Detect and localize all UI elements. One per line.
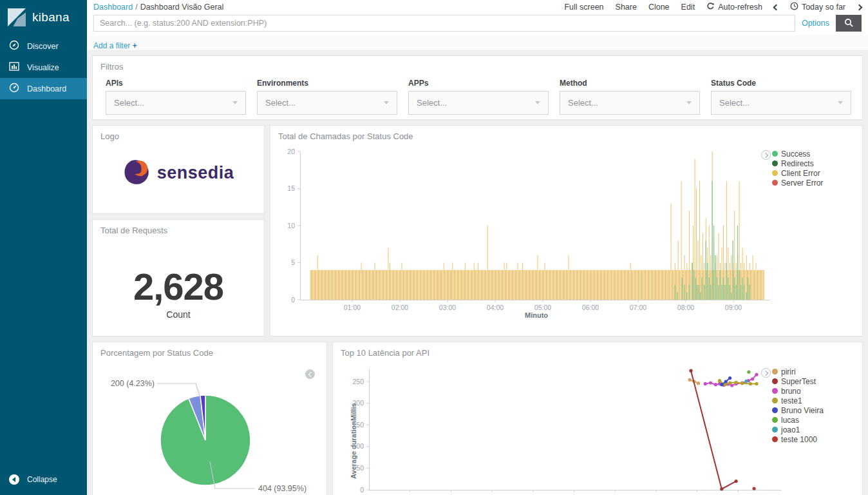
compass-icon: [9, 40, 19, 52]
time-back-button[interactable]: [774, 5, 778, 10]
legend-label: Server Error: [781, 179, 823, 188]
apis-select[interactable]: Select...: [106, 91, 246, 115]
filter-label-apps: APPs: [408, 79, 549, 88]
time-forward-button[interactable]: [857, 5, 862, 10]
latency-panel: Top 10 Latência por API Average duration…: [332, 342, 863, 495]
legend-color-dot: [772, 388, 778, 394]
svg-text:10: 10: [287, 222, 295, 229]
legend-item[interactable]: Client Error: [772, 169, 857, 178]
breadcrumb-bar: Dashboard/Dashboard Visão Geral Full scr…: [87, 0, 868, 14]
legend-toggle-icon[interactable]: [761, 150, 771, 160]
auto-refresh-button[interactable]: Auto-refresh: [706, 2, 762, 12]
chevron-down-icon: [686, 101, 692, 104]
legend-label: joao1: [781, 425, 800, 434]
environments-select[interactable]: Select...: [257, 91, 397, 115]
dashboard-icon: [9, 82, 19, 95]
method-select[interactable]: Select...: [560, 91, 700, 115]
bar-chart: 0510152001:0002:0003:0004:0005:0006:0007…: [300, 151, 770, 300]
status-code-select[interactable]: Select...: [711, 91, 851, 115]
legend-color-dot: [772, 378, 778, 384]
legend-item[interactable]: piriri: [772, 367, 857, 376]
metric-unit: Count: [93, 309, 264, 320]
bar-chart-icon: [9, 61, 19, 73]
sidebar-item-visualize[interactable]: Visualize: [0, 57, 87, 78]
breadcrumb-current: Dashboard Visão Geral: [140, 3, 224, 12]
brand-name: kibana: [32, 10, 70, 24]
time-range-label: Today so far: [802, 3, 845, 12]
legend-item[interactable]: joao1: [772, 425, 857, 434]
sidebar: kibana Discover Visualize Dashboard Coll…: [0, 0, 87, 495]
legend-item[interactable]: Bruno Vieira: [772, 406, 857, 415]
svg-text:07:00: 07:00: [630, 304, 646, 311]
refresh-icon: [706, 2, 715, 12]
edit-button[interactable]: Edit: [681, 3, 695, 12]
time-picker-button[interactable]: Today so far: [790, 2, 845, 12]
share-button[interactable]: Share: [616, 3, 637, 12]
breadcrumb-root-link[interactable]: Dashboard: [93, 3, 133, 12]
legend-label: Bruno Vieira: [781, 406, 824, 415]
pie-chart: 200 (4.23%)404 (93.95%): [93, 360, 328, 495]
legend-item[interactable]: teste 1000: [772, 435, 857, 444]
clone-button[interactable]: Clone: [648, 3, 670, 12]
full-screen-button[interactable]: Full screen: [564, 3, 603, 12]
svg-text:15: 15: [287, 184, 295, 192]
latency-chart-legend: piririSuperTestbrunoteste1Bruno Vieiralu…: [772, 367, 857, 445]
sensedia-logo: sensedia: [93, 144, 264, 202]
main-area: Dashboard/Dashboard Visão Geral Full scr…: [87, 0, 868, 495]
legend-label: Redirects: [781, 159, 814, 168]
search-input[interactable]: [93, 15, 795, 32]
panel-title: Total de Chamadas por Status Code: [270, 126, 862, 144]
bar-x-axis-title: Minuto: [525, 311, 548, 319]
legend-item[interactable]: lucas: [772, 416, 857, 425]
legend-toggle-icon[interactable]: [761, 368, 771, 378]
legend-color-dot: [772, 407, 778, 413]
legend-item[interactable]: Server Error: [772, 179, 857, 188]
sidebar-item-dashboard[interactable]: Dashboard: [0, 78, 87, 99]
apps-select[interactable]: Select...: [408, 91, 549, 115]
legend-color-dot: [772, 436, 778, 442]
kibana-brand[interactable]: kibana: [0, 0, 87, 35]
search-bar: Options: [87, 14, 868, 35]
filter-label-environments: Environments: [257, 79, 397, 88]
svg-text:08:00: 08:00: [677, 304, 694, 311]
collapse-arrow-icon: [9, 474, 19, 485]
legend-color-dot: [772, 160, 778, 166]
legend-toggle-icon[interactable]: [305, 369, 315, 379]
svg-text:03:00: 03:00: [439, 304, 456, 311]
sensedia-mark-icon: [123, 159, 151, 186]
svg-text:200: 200: [352, 399, 364, 407]
svg-text:0: 0: [360, 486, 364, 494]
chevron-down-icon: [384, 101, 389, 104]
filtros-panel: Filtros APIs Select... Environments Sele…: [92, 55, 863, 120]
auto-refresh-label: Auto-refresh: [718, 3, 762, 12]
chevron-left-icon: [773, 4, 779, 10]
latency-chart: 05010015020025001:0002:0003:0004:0005:00…: [369, 364, 781, 495]
sidebar-item-discover[interactable]: Discover: [0, 35, 87, 57]
svg-text:100: 100: [352, 442, 364, 450]
legend-label: piriri: [781, 367, 796, 376]
svg-text:05:00: 05:00: [534, 304, 551, 311]
latency-chart-svg: 05010015020025001:0002:0003:0004:0005:00…: [369, 364, 781, 495]
legend-item[interactable]: Success: [772, 150, 857, 159]
legend-label: Client Error: [781, 169, 820, 178]
breadcrumb: Dashboard/Dashboard Visão Geral: [93, 3, 223, 12]
svg-text:150: 150: [352, 421, 364, 429]
legend-color-dot: [772, 398, 778, 403]
svg-text:20: 20: [287, 148, 295, 155]
legend-item[interactable]: teste1: [772, 396, 857, 405]
sidebar-collapse-button[interactable]: Collapse: [0, 471, 87, 489]
legend-item[interactable]: SuperTest: [772, 377, 857, 386]
svg-text:04:00: 04:00: [487, 304, 504, 311]
chevron-down-icon: [232, 101, 238, 104]
svg-text:50: 50: [356, 464, 364, 472]
sidebar-item-label: Discover: [27, 42, 59, 51]
search-button[interactable]: [836, 15, 862, 32]
legend-color-dot: [772, 417, 778, 423]
bar-chart-svg: 0510152001:0002:0003:0004:0005:0006:0007…: [300, 151, 770, 319]
panel-title: Total de Requests: [93, 220, 264, 238]
svg-text:0: 0: [291, 296, 295, 304]
legend-item[interactable]: Redirects: [772, 159, 857, 168]
options-link[interactable]: Options: [802, 19, 829, 28]
add-filter-link[interactable]: Add a filter +: [93, 41, 137, 50]
legend-item[interactable]: bruno: [772, 387, 857, 396]
